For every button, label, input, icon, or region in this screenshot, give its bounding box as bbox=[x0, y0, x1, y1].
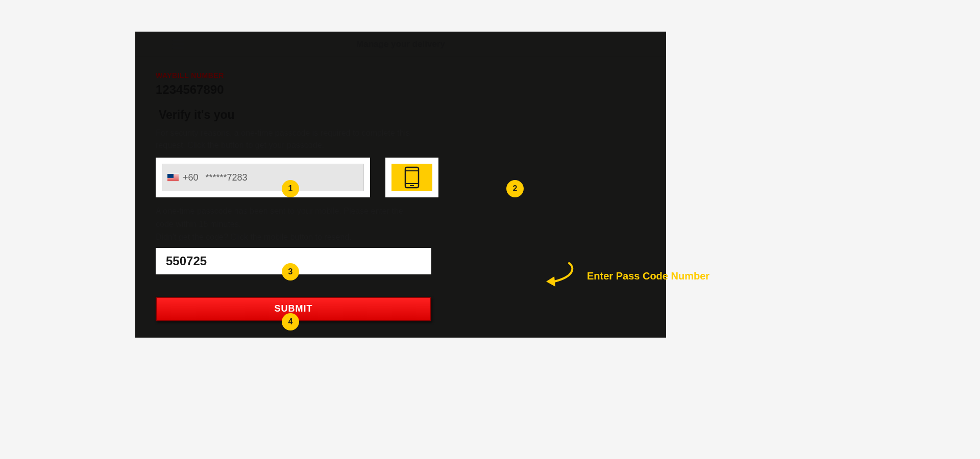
info-resend-text: Didn't get the code? Click the mobile bu… bbox=[156, 231, 421, 244]
page-title: Manage your delivery bbox=[135, 39, 666, 49]
verify-title: Verify it's you bbox=[159, 108, 646, 122]
step-badge-1: 1 bbox=[282, 180, 299, 197]
content-area: WAYBILL NUMBER 1234567890 Verify it's yo… bbox=[135, 57, 666, 336]
verify-description: For security reasons, a one-time passcod… bbox=[156, 127, 442, 151]
annotation-passcode-text: Enter Pass Code Number bbox=[587, 270, 709, 282]
hamburger-menu-icon[interactable] bbox=[172, 39, 184, 49]
info-sent-text: A one-time passcode has been sent to you… bbox=[156, 205, 421, 231]
waybill-label: WAYBILL NUMBER bbox=[156, 71, 646, 80]
waybill-number: 1234567890 bbox=[156, 83, 646, 97]
annotation-passcode: Enter Pass Code Number bbox=[541, 262, 709, 290]
step-badge-3: 3 bbox=[282, 263, 299, 280]
curved-arrow-icon bbox=[541, 262, 577, 290]
step-badge-4: 4 bbox=[282, 313, 299, 330]
masked-phone-number: ******7283 bbox=[206, 172, 248, 183]
country-code: +60 bbox=[183, 172, 199, 183]
step-badge-2: 2 bbox=[506, 180, 524, 197]
phone-field-container: +60 ******7283 bbox=[156, 158, 370, 197]
passcode-sent-info: A one-time passcode has been sent to you… bbox=[156, 205, 421, 244]
phone-row: +60 ******7283 bbox=[156, 158, 646, 197]
malaysia-flag-icon bbox=[167, 174, 179, 181]
app-container: Manage your delivery WAYBILL NUMBER 1234… bbox=[135, 32, 666, 338]
send-code-button[interactable] bbox=[391, 164, 432, 191]
phone-field[interactable]: +60 ******7283 bbox=[162, 164, 364, 191]
topbar: Manage your delivery bbox=[135, 32, 666, 57]
submit-container: SUBMIT bbox=[156, 297, 646, 321]
mobile-button-container bbox=[385, 158, 438, 197]
mobile-phone-icon bbox=[404, 166, 420, 189]
